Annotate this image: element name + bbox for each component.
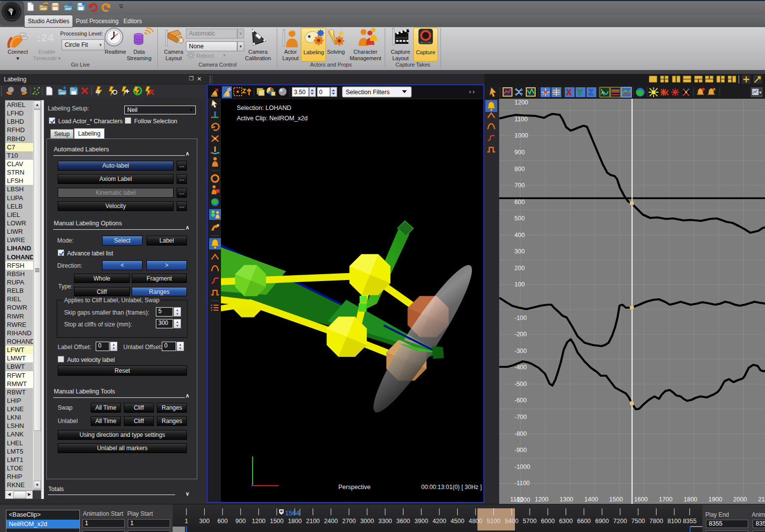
svg-text:› ›: › › — [469, 88, 474, 95]
svg-text:1800: 1800 — [684, 496, 697, 503]
svg-text:7200: 7200 — [613, 518, 627, 525]
svg-text:100: 100 — [514, 281, 525, 288]
svg-text:Active Clip: NeilROM_x2d: Active Clip: NeilROM_x2d — [237, 115, 308, 122]
svg-text:1500: 1500 — [609, 496, 623, 503]
svg-text:1200: 1200 — [252, 518, 265, 525]
svg-text:2400: 2400 — [324, 518, 338, 525]
svg-text:Selection: LOHAND: Selection: LOHAND — [237, 105, 291, 111]
svg-text:200: 200 — [514, 265, 525, 272]
svg-text:1600: 1600 — [634, 496, 648, 503]
svg-text:-200: -200 — [514, 331, 527, 338]
svg-text:6600: 6600 — [577, 518, 591, 525]
svg-text:00:00:13:01(0) [ 30Hz ]: 00:00:13:01(0) [ 30Hz ] — [421, 484, 482, 491]
svg-text:7500: 7500 — [631, 518, 645, 525]
svg-text:1100: 1100 — [514, 116, 528, 123]
svg-text:Selection Filters: Selection Filters — [346, 89, 390, 96]
svg-text:-700: -700 — [514, 414, 527, 421]
svg-text:600: 600 — [218, 518, 228, 525]
svg-text:5100: 5100 — [487, 518, 501, 525]
svg-text:8355: 8355 — [683, 518, 696, 525]
svg-text:6000: 6000 — [541, 518, 555, 525]
svg-text:Z: Z — [242, 87, 246, 95]
svg-text:X: X — [566, 88, 572, 97]
svg-text:900: 900 — [235, 518, 246, 525]
svg-text:1500: 1500 — [270, 518, 284, 525]
svg-text::24: :24 — [37, 32, 54, 44]
svg-text:3.50: 3.50 — [294, 89, 306, 96]
svg-text:2000: 2000 — [733, 496, 747, 503]
svg-text:4500: 4500 — [451, 518, 465, 525]
svg-text:1: 1 — [185, 518, 188, 525]
svg-text:700: 700 — [514, 182, 525, 189]
svg-text:0: 0 — [319, 89, 323, 96]
svg-text:2700: 2700 — [342, 518, 356, 525]
svg-text:300: 300 — [199, 518, 210, 525]
svg-text:2100: 2100 — [306, 518, 320, 525]
svg-text:1900: 1900 — [708, 496, 722, 503]
svg-text:1200: 1200 — [514, 99, 528, 106]
svg-text:3900: 3900 — [414, 518, 428, 525]
svg-text:-1000: -1000 — [514, 463, 530, 470]
svg-text:-600: -600 — [514, 397, 527, 404]
svg-text:5700: 5700 — [523, 518, 537, 525]
svg-text:2100: 2100 — [758, 496, 765, 503]
svg-text:-500: -500 — [514, 381, 527, 388]
svg-text:600: 600 — [514, 199, 525, 206]
svg-text:6300: 6300 — [559, 518, 573, 525]
svg-text:1100: 1100 — [510, 496, 523, 503]
svg-text:-1100: -1100 — [514, 480, 530, 487]
svg-text:1400: 1400 — [584, 496, 598, 503]
svg-text:1200: 1200 — [535, 496, 548, 503]
svg-text:1800: 1800 — [288, 518, 302, 525]
svg-text:8100: 8100 — [667, 518, 681, 525]
svg-text:Z: Z — [588, 88, 593, 97]
svg-text:500: 500 — [514, 215, 525, 222]
svg-text:3000: 3000 — [360, 518, 374, 525]
svg-text:3600: 3600 — [397, 518, 410, 525]
svg-text:1300: 1300 — [559, 496, 573, 503]
svg-text:Y: Y — [577, 88, 583, 97]
svg-text:400: 400 — [514, 232, 525, 239]
svg-text:900: 900 — [514, 149, 525, 156]
svg-text:-100: -100 — [514, 315, 527, 321]
svg-text:3300: 3300 — [378, 518, 392, 525]
svg-text:5400: 5400 — [505, 518, 518, 525]
svg-text:-800: -800 — [514, 430, 527, 437]
svg-text:1000: 1000 — [514, 132, 528, 139]
svg-text:6900: 6900 — [595, 518, 609, 525]
svg-text:Perspective: Perspective — [338, 484, 370, 491]
svg-text:7800: 7800 — [650, 518, 663, 525]
svg-text:1564: 1564 — [285, 509, 299, 517]
svg-text:-300: -300 — [514, 348, 527, 355]
svg-text:800: 800 — [514, 166, 525, 173]
svg-text:4800: 4800 — [469, 518, 482, 525]
svg-text:-900: -900 — [514, 447, 527, 454]
svg-text:300: 300 — [514, 248, 525, 255]
svg-text:1700: 1700 — [659, 496, 673, 503]
svg-text:4200: 4200 — [433, 518, 446, 525]
